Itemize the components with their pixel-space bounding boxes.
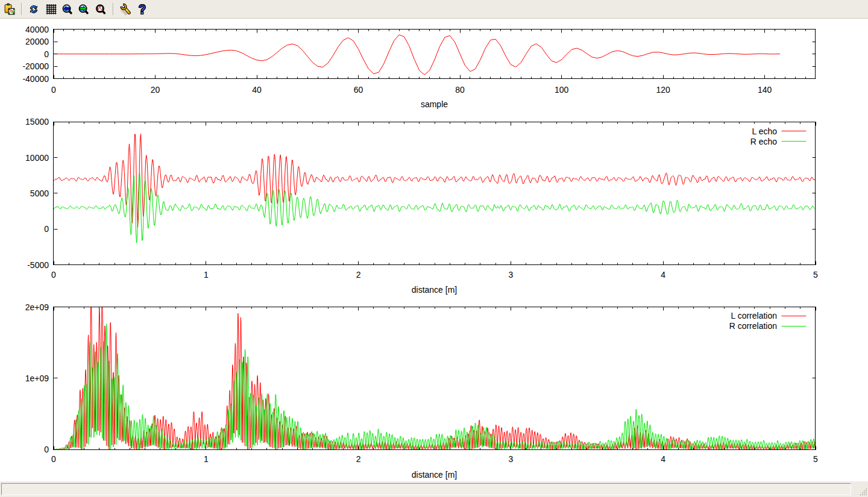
svg-text:L echo: L echo [752,127,777,136]
svg-text:20000: 20000 [25,37,49,46]
svg-text:80: 80 [455,85,465,95]
svg-text:20: 20 [151,85,160,95]
svg-text:sample: sample [421,99,448,109]
svg-text:4: 4 [661,454,665,464]
svg-text:2: 2 [356,270,361,280]
svg-text:1: 1 [204,454,209,464]
svg-text:120: 120 [656,85,671,95]
svg-text:0: 0 [44,224,49,234]
svg-text:-20000: -20000 [22,61,49,71]
svg-text:3: 3 [509,454,514,464]
svg-text:100: 100 [555,85,569,95]
svg-text:0: 0 [51,454,56,464]
svg-text:L correlation: L correlation [731,311,777,320]
svg-text:R echo: R echo [750,137,778,146]
svg-text:-5000: -5000 [27,260,49,270]
svg-text:10000: 10000 [25,153,49,163]
svg-text:distance [m]: distance [m] [412,285,457,295]
svg-text:40: 40 [252,85,262,95]
svg-text:5: 5 [813,454,818,464]
svg-text:-40000: -40000 [22,74,49,84]
svg-text:0: 0 [51,85,56,95]
svg-text:15000: 15000 [25,117,49,127]
svg-text:2e+09: 2e+09 [25,302,49,312]
svg-text:5000: 5000 [30,189,49,198]
svg-text:3: 3 [509,270,514,280]
svg-text:2: 2 [356,454,361,464]
svg-text:distance [m]: distance [m] [412,470,457,480]
svg-text:0: 0 [44,49,49,59]
svg-text:140: 140 [758,85,772,95]
svg-text:40000: 40000 [25,25,49,34]
svg-text:1e+09: 1e+09 [25,374,49,383]
svg-text:4: 4 [661,270,665,280]
svg-text:1: 1 [204,270,209,280]
svg-text:0: 0 [44,445,49,454]
svg-text:R correlation: R correlation [729,321,777,331]
svg-text:0: 0 [51,270,56,280]
svg-text:60: 60 [354,85,363,95]
svg-text:5: 5 [813,270,818,280]
